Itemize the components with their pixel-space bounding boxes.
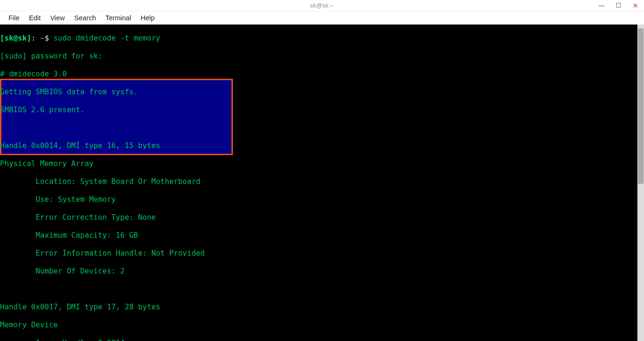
terminal-content: [sk@sk]: ~$ sudo dmidecode -t memory [su… <box>0 25 644 341</box>
terminal-window: sk@sk:~ — ☐ ✕ File Edit View Search Term… <box>0 0 644 341</box>
output-line: Getting SMBIOS data from sysfs. <box>0 87 644 96</box>
titlebar[interactable]: sk@sk:~ — ☐ ✕ <box>0 0 644 11</box>
menu-terminal[interactable]: Terminal <box>101 13 136 23</box>
menu-view[interactable]: View <box>45 13 69 23</box>
menu-file[interactable]: File <box>4 13 24 23</box>
output-line <box>0 123 644 132</box>
field-line: Location: System Board Or Motherboard <box>0 177 644 186</box>
sudo-prompt: [sudo] password for sk: <box>0 51 644 60</box>
field-line: Number Of Devices: 2 <box>0 266 644 275</box>
block-title: Physical Memory Array <box>0 159 644 168</box>
maximize-button[interactable]: ☐ <box>610 0 627 11</box>
menu-help[interactable]: Help <box>136 13 159 23</box>
field-line: Error Correction Type: None <box>0 213 644 222</box>
menu-edit[interactable]: Edit <box>24 13 45 23</box>
field-line: Error Information Handle: Not Provided <box>0 249 644 258</box>
physical-memory-array-block: Handle 0x0014, DMI type 16, 15 bytes Phy… <box>0 141 644 275</box>
window-controls: — ☐ ✕ <box>593 0 644 11</box>
output-line <box>0 284 644 293</box>
menubar: File Edit View Search Terminal Help <box>0 11 644 25</box>
window-title: sk@sk:~ <box>310 2 334 9</box>
prompt-line: [sk@sk]: ~$ sudo dmidecode -t memory <box>0 33 644 42</box>
field-line: Array Handle: 0x0014 <box>0 338 644 341</box>
terminal-viewport[interactable]: [sk@sk]: ~$ sudo dmidecode -t memory [su… <box>0 25 644 341</box>
field-line: Maximum Capacity: 16 GB <box>0 231 644 240</box>
handle-line: Handle 0x0014, DMI type 16, 15 bytes <box>0 141 644 150</box>
block-title: Memory Device <box>0 320 644 329</box>
handle-line: Handle 0x0017, DMI type 17, 28 bytes <box>0 302 644 311</box>
minimize-button[interactable]: — <box>593 0 610 11</box>
output-line: SMBIOS 2.6 present. <box>0 105 644 114</box>
menu-search[interactable]: Search <box>70 13 101 23</box>
close-button[interactable]: ✕ <box>627 0 644 11</box>
field-line: Use: System Memory <box>0 195 644 204</box>
output-line: # dmidecode 3.0 <box>0 69 644 78</box>
